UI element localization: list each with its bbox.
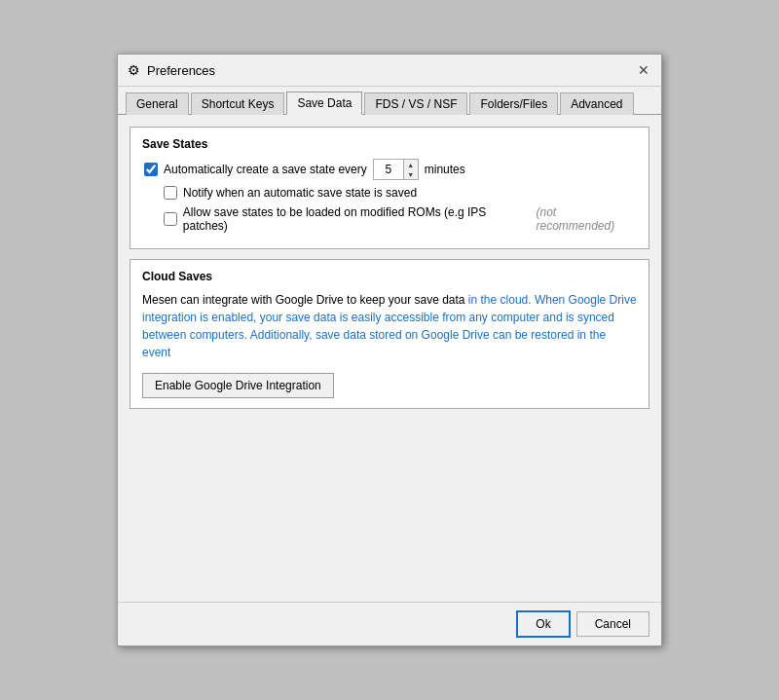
cloud-description-text: Mesen can integrate with Google Drive to… bbox=[142, 293, 468, 307]
ok-button[interactable]: Ok bbox=[516, 610, 570, 638]
tab-shortcut-keys[interactable]: Shortcut Keys bbox=[191, 92, 285, 115]
minutes-input[interactable] bbox=[374, 161, 403, 178]
auto-save-label: Automatically create a save state every … bbox=[164, 159, 465, 180]
tab-fds-vs-nsf[interactable]: FDS / VS / NSF bbox=[364, 92, 467, 115]
cancel-button[interactable]: Cancel bbox=[576, 611, 649, 637]
preferences-window: ⚙ Preferences ✕ General Shortcut Keys Sa… bbox=[117, 54, 662, 646]
spinner-up[interactable]: ▲ bbox=[404, 160, 418, 169]
save-states-section: Save States Automatically create a save … bbox=[130, 127, 649, 249]
cloud-saves-section: Cloud Saves Mesen can integrate with Goo… bbox=[130, 259, 649, 409]
content-area: Save States Automatically create a save … bbox=[118, 115, 661, 602]
minutes-spinner[interactable]: ▲ ▼ bbox=[373, 159, 419, 180]
notify-row: Notify when an automatic save state is s… bbox=[142, 186, 637, 200]
allow-load-label: Allow save states to be loaded on modifi… bbox=[183, 205, 637, 233]
tab-advanced[interactable]: Advanced bbox=[560, 92, 633, 115]
notify-label: Notify when an automatic save state is s… bbox=[183, 186, 417, 200]
title-bar: ⚙ Preferences ✕ bbox=[118, 55, 661, 87]
window-title: Preferences bbox=[147, 63, 215, 78]
footer-bar: Ok Cancel bbox=[118, 602, 661, 645]
allow-load-row: Allow save states to be loaded on modifi… bbox=[142, 205, 637, 233]
tab-folders-files[interactable]: Folders/Files bbox=[469, 92, 558, 115]
spinner-down[interactable]: ▼ bbox=[404, 169, 418, 179]
tab-save-data[interactable]: Save Data bbox=[286, 92, 362, 115]
close-button[interactable]: ✕ bbox=[634, 60, 653, 80]
title-bar-left: ⚙ Preferences bbox=[126, 62, 215, 78]
enable-google-drive-button[interactable]: Enable Google Drive Integration bbox=[142, 373, 334, 398]
allow-load-checkbox[interactable] bbox=[164, 212, 177, 226]
tab-general[interactable]: General bbox=[126, 92, 189, 115]
auto-save-row: Automatically create a save state every … bbox=[142, 159, 637, 180]
not-recommended-text: (not recommended) bbox=[537, 205, 638, 233]
preferences-icon: ⚙ bbox=[126, 62, 141, 78]
auto-save-checkbox[interactable] bbox=[144, 163, 158, 176]
cloud-description: Mesen can integrate with Google Drive to… bbox=[142, 291, 637, 361]
save-states-title: Save States bbox=[142, 137, 637, 151]
spinner-arrows: ▲ ▼ bbox=[403, 160, 418, 179]
cloud-saves-title: Cloud Saves bbox=[142, 270, 637, 283]
tabs-bar: General Shortcut Keys Save Data FDS / VS… bbox=[118, 87, 661, 115]
notify-checkbox[interactable] bbox=[164, 186, 177, 200]
